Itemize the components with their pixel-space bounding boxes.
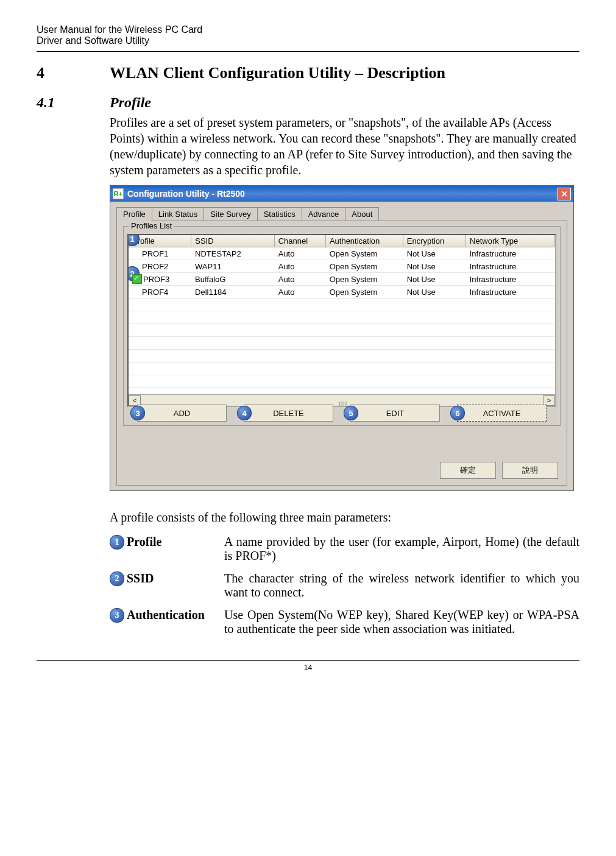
header-line-1: User Manual for the Wireless PC Card bbox=[37, 24, 579, 35]
definitions-list: 1 Profile A name provided by the user (f… bbox=[110, 535, 579, 636]
cell-channel: Auto bbox=[275, 288, 326, 297]
definition-term-ssid: SSID bbox=[127, 571, 224, 600]
definition-desc-profile: A name provided by the user (for example… bbox=[224, 535, 579, 563]
cell-auth: Open System bbox=[326, 262, 403, 271]
cell-enc: Not Use bbox=[403, 275, 466, 284]
table-row[interactable] bbox=[129, 324, 555, 337]
ok-button[interactable]: 確定 bbox=[440, 462, 496, 479]
cell-ssid: WAP11 bbox=[191, 262, 275, 271]
section-heading: 4 WLAN Client Configuration Utility – De… bbox=[37, 64, 579, 82]
cell-channel: Auto bbox=[275, 262, 326, 271]
tab-panel-profile: Profiles List 1 2 Profile SSID Channel A… bbox=[116, 221, 567, 486]
cell-ssid: BuffaloG bbox=[191, 275, 275, 284]
table-row[interactable] bbox=[129, 363, 555, 375]
table-row[interactable] bbox=[129, 311, 555, 324]
intro-paragraph: Profiles are a set of preset system para… bbox=[110, 115, 579, 178]
col-authentication[interactable]: Authentication bbox=[326, 235, 403, 247]
cell-channel: Auto bbox=[275, 275, 326, 284]
cell-auth: Open System bbox=[326, 249, 403, 258]
cell-net: Infrastructure bbox=[466, 249, 555, 258]
edit-button[interactable]: 5 EDIT bbox=[350, 405, 440, 422]
config-utility-window: R+ Configuration Utility - Rt2500 ✕ Prof… bbox=[110, 185, 574, 491]
callout-bubble-3: 3 bbox=[130, 406, 145, 420]
cell-ssid: Dell1184 bbox=[191, 288, 275, 297]
definition-term-authentication: Authentication bbox=[127, 608, 224, 636]
tab-site-survey[interactable]: Site Survey bbox=[204, 207, 257, 221]
col-channel[interactable]: Channel bbox=[275, 235, 326, 247]
app-icon: R+ bbox=[113, 188, 124, 199]
page-number: 14 bbox=[304, 663, 312, 672]
help-button[interactable]: 說明 bbox=[502, 462, 558, 479]
cell-ssid: NDTESTAP2 bbox=[191, 249, 275, 258]
definition-item: 1 Profile A name provided by the user (f… bbox=[110, 535, 579, 563]
tab-about[interactable]: About bbox=[345, 207, 379, 221]
active-icon bbox=[132, 288, 141, 296]
section-number: 4 bbox=[37, 64, 110, 82]
cell-channel: Auto bbox=[275, 249, 326, 258]
bullet-3-icon: 3 bbox=[110, 608, 124, 623]
profile-buttons-row: 3 ADD 4 DELETE 5 EDIT 6 bbox=[124, 405, 560, 422]
active-icon bbox=[132, 249, 141, 258]
table-row[interactable]: PROF1 NDTESTAP2 Auto Open System Not Use… bbox=[129, 247, 555, 260]
definition-term-profile: Profile bbox=[127, 535, 224, 563]
cell-net: Infrastructure bbox=[466, 288, 555, 297]
definition-desc-ssid: The character string of the wireless net… bbox=[224, 571, 579, 600]
callout-bubble-4: 4 bbox=[237, 406, 252, 420]
col-ssid[interactable]: SSID bbox=[191, 235, 274, 247]
delete-button-label: DELETE bbox=[273, 409, 304, 418]
section-title: WLAN Client Configuration Utility – Desc… bbox=[110, 64, 445, 82]
listview-header: Profile SSID Channel Authentication Encr… bbox=[129, 235, 555, 247]
scroll-right-icon[interactable]: > bbox=[543, 395, 555, 406]
cell-enc: Not Use bbox=[403, 249, 466, 258]
bullet-2-icon: 2 bbox=[110, 571, 124, 586]
callout-bubble-6: 6 bbox=[450, 406, 465, 420]
active-icon bbox=[132, 262, 141, 271]
subsection-heading: 4.1 Profile bbox=[37, 94, 579, 111]
profiles-listview[interactable]: 1 2 Profile SSID Channel Authentication … bbox=[127, 234, 556, 407]
cell-auth: Open System bbox=[326, 288, 403, 297]
cell-net: Infrastructure bbox=[466, 275, 555, 284]
group-label: Profiles List bbox=[129, 221, 174, 230]
cell-profile: PROF1 bbox=[142, 249, 168, 258]
after-screenshot-text: A profile consists of the following thre… bbox=[110, 509, 579, 525]
active-check-icon bbox=[132, 274, 142, 284]
cell-auth: Open System bbox=[326, 275, 403, 284]
tab-advance[interactable]: Advance bbox=[302, 207, 346, 221]
col-encryption[interactable]: Encryption bbox=[403, 235, 466, 247]
profiles-list-group: Profiles List 1 2 Profile SSID Channel A… bbox=[123, 226, 561, 426]
edit-button-label: EDIT bbox=[386, 409, 405, 418]
table-row[interactable]: PROF2 WAP11 Auto Open System Not Use Inf… bbox=[129, 260, 555, 273]
table-row[interactable] bbox=[129, 375, 555, 388]
cell-net: Infrastructure bbox=[466, 262, 555, 271]
cell-profile: PROF3 bbox=[143, 275, 169, 284]
scroll-left-icon[interactable]: < bbox=[129, 395, 141, 406]
delete-button[interactable]: 4 DELETE bbox=[244, 405, 333, 422]
dialog-bottom-buttons: 確定 說明 bbox=[440, 462, 558, 479]
definition-item: 3 Authentication Use Open System(No WEP … bbox=[110, 608, 579, 636]
tabstrip: Profile Link Status Site Survey Statisti… bbox=[116, 207, 567, 221]
tab-link-status[interactable]: Link Status bbox=[152, 207, 204, 221]
table-row[interactable]: PROF4 Dell1184 Auto Open System Not Use … bbox=[129, 286, 555, 299]
titlebar: R+ Configuration Utility - Rt2500 ✕ bbox=[110, 186, 573, 202]
header-line-2: Driver and Software Utility bbox=[37, 35, 579, 52]
subsection-title: Profile bbox=[110, 94, 151, 111]
table-row[interactable]: PROF3 BuffaloG Auto Open System Not Use … bbox=[129, 273, 555, 286]
cell-enc: Not Use bbox=[403, 288, 466, 297]
scroll-thumb-icon[interactable]: |||| bbox=[339, 400, 345, 401]
table-row[interactable] bbox=[129, 350, 555, 363]
window-title: Configuration Utility - Rt2500 bbox=[127, 189, 245, 199]
cell-enc: Not Use bbox=[403, 262, 466, 271]
tab-profile[interactable]: Profile bbox=[116, 207, 152, 221]
bullet-1-icon: 1 bbox=[110, 535, 124, 550]
table-row[interactable] bbox=[129, 299, 555, 311]
table-row[interactable] bbox=[129, 337, 555, 350]
definition-item: 2 SSID The character string of the wirel… bbox=[110, 571, 579, 600]
callout-bubble-5: 5 bbox=[344, 406, 358, 420]
add-button[interactable]: 3 ADD bbox=[137, 405, 227, 422]
cell-profile: PROF4 bbox=[142, 288, 168, 297]
activate-button[interactable]: 6 ACTIVATE bbox=[457, 405, 547, 422]
close-icon[interactable]: ✕ bbox=[558, 188, 571, 200]
cell-profile: PROF2 bbox=[142, 262, 168, 271]
col-network-type[interactable]: Network Type bbox=[466, 235, 555, 247]
tab-statistics[interactable]: Statistics bbox=[257, 207, 302, 221]
